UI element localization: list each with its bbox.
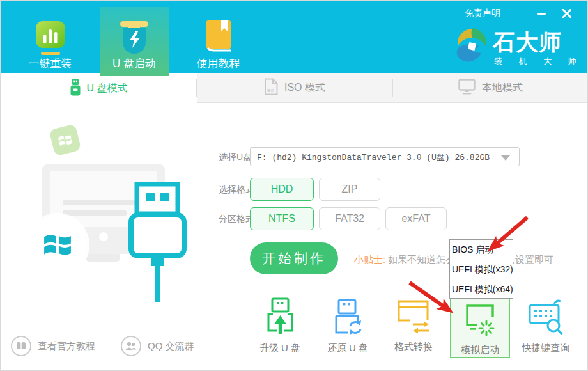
- simulate-boot-icon: [465, 303, 495, 339]
- action-restore-usb[interactable]: 还原 U 盘: [316, 299, 380, 354]
- link-label: 查看官方教程: [38, 340, 95, 352]
- boot-mode-menu: BIOS 启动 UEFI 模拟(x32) UEFI 模拟(x64): [449, 239, 513, 299]
- official-tutorial-link[interactable]: 查看官方教程: [11, 336, 95, 356]
- action-upgrade-usb[interactable]: 升级 U 盘: [248, 297, 312, 354]
- tab-separator: [392, 79, 393, 97]
- close-icon: [562, 9, 571, 18]
- action-label: 升级 U 盘: [248, 342, 312, 354]
- mode-tabstrip: U 盘模式 ISO ISO 模式 本地模式: [1, 73, 588, 103]
- link-label: QQ 交流群: [148, 340, 194, 352]
- brand-logo: 石大师 装 机 大 师: [453, 26, 578, 71]
- disclaimer-link[interactable]: 免责声明: [465, 8, 500, 19]
- hotkey-search-icon: [529, 297, 563, 337]
- minimize-icon: [537, 9, 546, 18]
- svg-text:ISO: ISO: [267, 88, 274, 93]
- nav-label: 使用教程: [182, 56, 255, 71]
- chevron-down-icon: [501, 155, 510, 161]
- nav-item-usb-boot[interactable]: U 盘启动: [100, 7, 169, 76]
- action-hotkey-search[interactable]: 快捷键查询: [514, 297, 578, 354]
- brand-title: 石大师: [493, 28, 562, 58]
- boot-menu-item-uefi-x64[interactable]: UEFI 模拟(x64): [450, 280, 513, 299]
- tab-usb-mode[interactable]: U 盘模式: [1, 73, 197, 104]
- usb-mode-panel: 选择U盘: F: (hd2) KingstonDataTraveler 3.0 …: [1, 104, 588, 371]
- nav-label: U 盘启动: [100, 56, 169, 71]
- boot-menu-item-bios[interactable]: BIOS 启动: [450, 240, 513, 260]
- tab-label: ISO 模式: [284, 81, 325, 95]
- usb-stick-icon: [70, 79, 81, 99]
- tab-iso-mode[interactable]: ISO ISO 模式: [197, 73, 392, 103]
- shield-bolt-icon: [116, 19, 152, 59]
- usb-plug-illustration: [126, 182, 190, 306]
- group-people-icon: [121, 336, 141, 356]
- close-button[interactable]: [559, 6, 575, 21]
- action-simulate-boot[interactable]: 模拟启动: [448, 303, 512, 356]
- usb-illustration: [1, 104, 212, 308]
- book-icon: [203, 19, 234, 56]
- bar-chart-icon: [35, 20, 66, 59]
- brand-logo-icon: [453, 26, 490, 71]
- monitor-icon: [458, 79, 476, 97]
- partition-option-fat32[interactable]: FAT32: [319, 207, 380, 230]
- qq-group-link[interactable]: QQ 交流群: [121, 336, 194, 356]
- usb-restore-icon: [331, 299, 364, 337]
- format-convert-icon: [398, 299, 429, 336]
- titlebar: 一键重装 U 盘启动 使用教程: [1, 1, 588, 73]
- boot-menu-item-uefi-x32[interactable]: UEFI 模拟(x32): [450, 260, 513, 280]
- action-label: 格式转换: [382, 341, 445, 353]
- tab-label: U 盘模式: [87, 82, 128, 95]
- iso-file-icon: ISO: [264, 78, 278, 98]
- nav-label: 一键重装: [13, 56, 87, 71]
- action-label: 快捷键查询: [514, 342, 578, 354]
- format-option-hdd[interactable]: HDD: [250, 178, 314, 201]
- partition-option-exfat[interactable]: exFAT: [385, 207, 447, 230]
- tab-separator: [196, 79, 197, 97]
- brand-subtitle: 装 机 大 师: [494, 56, 584, 67]
- windows-logo-badge: [29, 217, 86, 273]
- format-option-zip[interactable]: ZIP: [319, 178, 380, 201]
- action-label: 还原 U 盘: [316, 342, 380, 354]
- partition-option-ntfs[interactable]: NTFS: [250, 207, 314, 230]
- shidashi-app-window: 一键重装 U 盘启动 使用教程: [0, 0, 588, 371]
- minimize-button[interactable]: [534, 6, 549, 21]
- windows-tile-icon: [49, 124, 82, 157]
- tutorial-book-icon: [11, 336, 31, 356]
- action-label: 模拟启动: [448, 344, 512, 356]
- monitor-stand: [86, 254, 120, 262]
- start-make-button[interactable]: 开始制作: [250, 242, 338, 274]
- usb-drive-select[interactable]: F: (hd2) KingstonDataTraveler 3.0 (U盘) 2…: [250, 147, 520, 166]
- action-format-convert[interactable]: 格式转换: [382, 299, 445, 353]
- tip-label: 小贴士:: [354, 254, 385, 265]
- tab-label: 本地模式: [482, 81, 523, 95]
- nav-item-tutorial[interactable]: 使用教程: [182, 7, 255, 73]
- usb-drive-value: F: (hd2) KingstonDataTraveler 3.0 (U盘) 2…: [257, 152, 490, 163]
- usb-select-label: 选择U盘:: [219, 152, 254, 163]
- nav-item-reinstall[interactable]: 一键重装: [13, 7, 87, 73]
- usb-upgrade-icon: [264, 297, 296, 337]
- tab-local-mode[interactable]: 本地模式: [392, 73, 588, 103]
